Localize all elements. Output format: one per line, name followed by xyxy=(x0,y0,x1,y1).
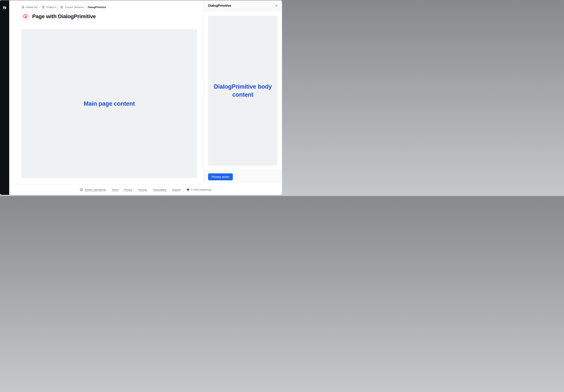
system-status-link[interactable]: System operational xyxy=(80,188,106,191)
dialog-body: DialogPrimitive body content xyxy=(203,11,282,170)
breadcrumb-label: HashiCorp xyxy=(26,6,38,9)
hashicorp-logo[interactable] xyxy=(2,6,7,10)
org-building-icon xyxy=(21,6,25,9)
app-footer: System operational Terms Privacy Securit… xyxy=(9,184,282,195)
file-text-icon xyxy=(42,6,45,9)
breadcrumb-separator: / xyxy=(58,6,59,9)
dialog-placeholder-text: DialogPrimitive body content xyxy=(208,83,277,99)
page-header: Page with DialogPrimitive xyxy=(21,13,197,20)
breadcrumb-item-consul-services[interactable]: Consul: Services xyxy=(60,6,84,9)
consul-icon xyxy=(60,6,64,9)
breadcrumb-item-hashicorp[interactable]: HashiCorp xyxy=(21,6,38,9)
primary-action-button[interactable]: Primary action xyxy=(208,173,233,180)
page-title: Page with DialogPrimitive xyxy=(32,14,96,19)
dialog-primitive-flyout: DialogPrimitive DialogPrimitive body con… xyxy=(203,0,282,183)
breadcrumb-label: Project-A xyxy=(46,6,56,9)
breadcrumb-item-project-a[interactable]: Project-A xyxy=(42,6,56,9)
footer-link-terms[interactable]: Terms xyxy=(112,188,118,191)
dialog-placeholder-box: DialogPrimitive body content xyxy=(208,16,277,166)
main-placeholder-text: Main page content xyxy=(84,100,135,107)
breadcrumb: HashiCorp / Project-A / xyxy=(21,6,197,9)
hashicorp-logo-icon xyxy=(186,188,190,191)
breadcrumb-separator: / xyxy=(85,6,86,9)
breadcrumb-label: Consul: Services xyxy=(65,6,84,9)
sidebar xyxy=(0,0,9,195)
footer-link-security[interactable]: Security xyxy=(138,188,147,191)
main-placeholder-box: Main page content xyxy=(21,29,197,178)
app-frame: HashiCorp / Project-A / xyxy=(0,0,282,195)
breadcrumb-item-current: DialogPrimitive xyxy=(88,6,106,9)
dialog-header: DialogPrimitive xyxy=(203,0,282,11)
hashicorp-logo-icon xyxy=(2,6,7,10)
main-content-area: HashiCorp / Project-A / xyxy=(9,0,203,184)
x-icon xyxy=(275,4,278,7)
dialog-title: DialogPrimitive xyxy=(208,4,274,8)
system-status-label: System operational xyxy=(85,188,106,191)
copyright-text: © 2023 HashiCorp xyxy=(191,188,211,191)
copyright: © 2023 HashiCorp xyxy=(186,188,211,191)
footer-link-support[interactable]: Support xyxy=(172,188,181,191)
consul-hexagon-gear-icon xyxy=(21,13,29,20)
dialog-close-button[interactable] xyxy=(274,3,279,9)
footer-link-accessibility[interactable]: Accessibility xyxy=(153,188,166,191)
breadcrumb-separator: / xyxy=(39,6,40,9)
dialog-footer: Primary action xyxy=(203,170,282,183)
footer-link-privacy[interactable]: Privacy xyxy=(124,188,132,191)
check-circle-icon xyxy=(80,188,83,191)
